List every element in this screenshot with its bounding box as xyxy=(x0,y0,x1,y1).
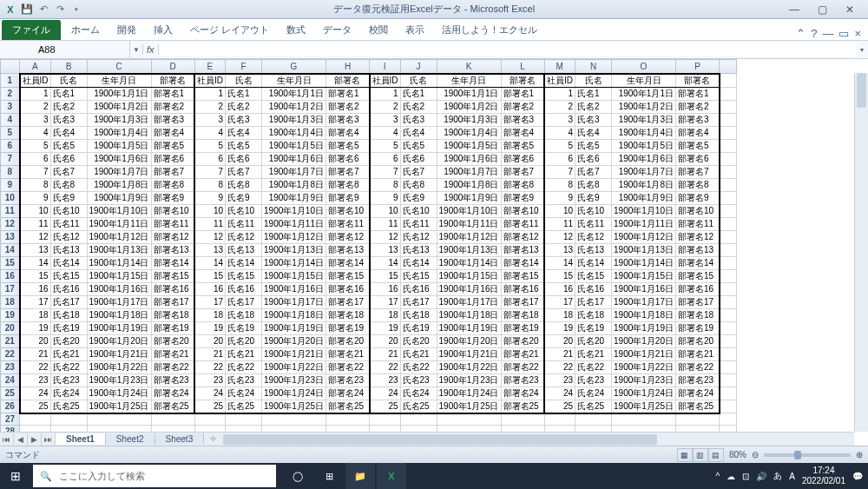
cell-date[interactable]: 1900年1月16日 xyxy=(87,282,151,295)
help-icon[interactable]: ? xyxy=(811,27,817,40)
cell-date[interactable]: 1900年1月10日 xyxy=(87,204,151,217)
cell-name[interactable]: 氏名9 xyxy=(575,191,612,204)
cell-name[interactable]: 氏名12 xyxy=(226,230,262,243)
cell-name[interactable]: 氏名19 xyxy=(400,321,437,334)
taskview-icon[interactable]: ⊞ xyxy=(314,463,344,489)
cell-date[interactable]: 1900年1月18日 xyxy=(612,308,676,321)
cell-dept[interactable]: 部署名24 xyxy=(676,387,720,400)
row-header[interactable]: 27 xyxy=(1,413,20,426)
cell-id[interactable]: 16 xyxy=(544,282,575,295)
empty-cell[interactable] xyxy=(151,413,194,426)
cell-id[interactable]: 4 xyxy=(544,126,575,139)
cell-id[interactable]: 4 xyxy=(20,126,51,139)
cell-date[interactable]: 1900年1月24日 xyxy=(87,387,151,400)
cell-name[interactable]: 氏名21 xyxy=(50,347,87,360)
cell-name[interactable]: 氏名25 xyxy=(400,400,437,413)
tab-home[interactable]: ホーム xyxy=(62,20,108,40)
sheet-tab[interactable]: Sheet1 xyxy=(56,433,106,445)
cell-name[interactable]: 氏名17 xyxy=(226,295,262,308)
cell-name[interactable]: 氏名24 xyxy=(226,387,262,400)
cell-dept[interactable]: 部署名20 xyxy=(151,334,194,347)
table-header-cell[interactable]: 部署名 xyxy=(326,74,370,88)
cell-name[interactable]: 氏名22 xyxy=(575,360,612,373)
cell-dept[interactable]: 部署名7 xyxy=(501,165,544,178)
sheet-nav-last-icon[interactable]: ⏭ xyxy=(42,433,56,446)
cell-name[interactable]: 氏名13 xyxy=(575,243,612,256)
tray-volume-icon[interactable]: 🔊 xyxy=(756,472,766,481)
cell-date[interactable]: 1900年1月12日 xyxy=(87,230,151,243)
cell-id[interactable]: 16 xyxy=(370,282,401,295)
cell-date[interactable]: 1900年1月22日 xyxy=(612,360,676,373)
cell-name[interactable]: 氏名1 xyxy=(400,87,437,100)
cell-id[interactable]: 1 xyxy=(544,87,575,100)
cell-date[interactable]: 1900年1月5日 xyxy=(262,139,326,152)
cell-name[interactable]: 氏名18 xyxy=(50,308,87,321)
row-header[interactable]: 16 xyxy=(1,269,20,282)
cell-dept[interactable]: 部署名12 xyxy=(676,230,720,243)
cell-name[interactable]: 氏名23 xyxy=(226,373,262,387)
col-header[interactable]: B xyxy=(50,60,87,74)
cell-id[interactable]: 19 xyxy=(20,321,51,334)
cell-dept[interactable]: 部署名1 xyxy=(676,87,720,100)
col-header[interactable]: L xyxy=(501,60,544,74)
cell-id[interactable]: 8 xyxy=(370,178,401,191)
empty-cell[interactable] xyxy=(262,413,326,426)
cell-date[interactable]: 1900年1月15日 xyxy=(87,269,151,282)
cell-id[interactable]: 22 xyxy=(370,360,401,373)
cell-dept[interactable]: 部署名17 xyxy=(501,295,544,308)
cell-id[interactable]: 5 xyxy=(544,139,575,152)
cell-id[interactable]: 17 xyxy=(544,295,575,308)
cell-date[interactable]: 1900年1月19日 xyxy=(437,321,501,334)
cell-dept[interactable]: 部署名23 xyxy=(151,373,194,387)
cell-date[interactable]: 1900年1月12日 xyxy=(262,230,326,243)
cell-dept[interactable]: 部署名10 xyxy=(151,204,194,217)
cell-name[interactable]: 氏名13 xyxy=(400,243,437,256)
cell-name[interactable]: 氏名15 xyxy=(226,269,262,282)
cell-date[interactable]: 1900年1月8日 xyxy=(262,178,326,191)
cell-dept[interactable]: 部署名19 xyxy=(151,321,194,334)
table-header-cell[interactable]: 部署名 xyxy=(501,74,544,88)
cell-dept[interactable]: 部署名8 xyxy=(676,178,720,191)
cell-id[interactable]: 2 xyxy=(194,100,226,113)
tab-view[interactable]: 表示 xyxy=(397,20,433,40)
col-header[interactable]: H xyxy=(326,60,370,74)
cell-name[interactable]: 氏名5 xyxy=(400,139,437,152)
cell-dept[interactable]: 部署名24 xyxy=(501,387,544,400)
cell-id[interactable]: 18 xyxy=(544,308,575,321)
cell-date[interactable]: 1900年1月1日 xyxy=(87,87,151,100)
cell-name[interactable]: 氏名2 xyxy=(226,100,262,113)
cell-date[interactable]: 1900年1月6日 xyxy=(87,152,151,165)
cell-dept[interactable]: 部署名13 xyxy=(326,243,370,256)
cell-name[interactable]: 氏名15 xyxy=(50,269,87,282)
cell-date[interactable]: 1900年1月5日 xyxy=(87,139,151,152)
row-header[interactable]: 22 xyxy=(1,347,20,360)
save-icon[interactable]: 💾 xyxy=(20,3,34,17)
cell-dept[interactable]: 部署名2 xyxy=(151,100,194,113)
cell-name[interactable]: 氏名25 xyxy=(575,400,612,413)
cell-id[interactable]: 24 xyxy=(544,387,575,400)
cell-date[interactable]: 1900年1月21日 xyxy=(262,347,326,360)
cell-dept[interactable]: 部署名13 xyxy=(501,243,544,256)
explorer-icon[interactable]: 📁 xyxy=(345,463,375,489)
cell-name[interactable]: 氏名10 xyxy=(575,204,612,217)
cell-dept[interactable]: 部署名18 xyxy=(326,308,370,321)
empty-cell[interactable] xyxy=(20,413,51,426)
cell-date[interactable]: 1900年1月19日 xyxy=(87,321,151,334)
cell-id[interactable]: 10 xyxy=(544,204,575,217)
cell-dept[interactable]: 部署名6 xyxy=(326,152,370,165)
cell-id[interactable]: 12 xyxy=(544,230,575,243)
cell-name[interactable]: 氏名10 xyxy=(50,204,87,217)
cell-id[interactable]: 8 xyxy=(194,178,226,191)
cell-name[interactable]: 氏名15 xyxy=(575,269,612,282)
cell-id[interactable]: 1 xyxy=(20,87,51,100)
cell-dept[interactable]: 部署名18 xyxy=(676,308,720,321)
cell-id[interactable]: 7 xyxy=(20,165,51,178)
vscroll-thumb[interactable] xyxy=(857,73,866,108)
cell-id[interactable]: 21 xyxy=(194,347,226,360)
cell-date[interactable]: 1900年1月9日 xyxy=(87,191,151,204)
cell-date[interactable]: 1900年1月20日 xyxy=(612,334,676,347)
empty-cell[interactable] xyxy=(575,413,612,426)
cell-id[interactable]: 22 xyxy=(20,360,51,373)
cell-dept[interactable]: 部署名25 xyxy=(326,400,370,413)
row-header[interactable]: 12 xyxy=(1,217,20,230)
